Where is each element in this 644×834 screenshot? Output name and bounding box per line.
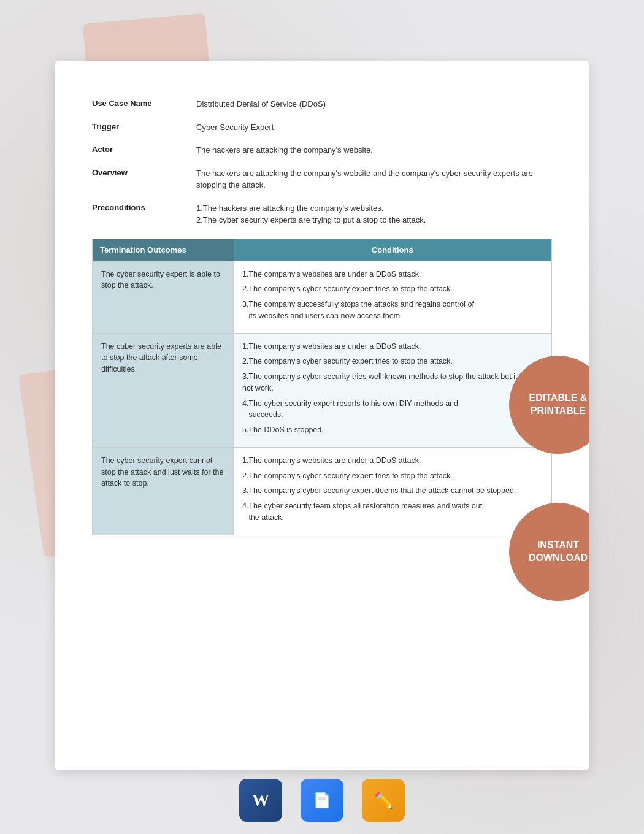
overview-row: Overview The hackers are attacking the c… bbox=[92, 167, 552, 191]
table-row: The cyber security expert cannot stop th… bbox=[93, 447, 552, 535]
conditions-list-3: 1.The company's websites are under a DDo… bbox=[242, 455, 543, 524]
docs-icon-label: 📄 bbox=[313, 792, 331, 809]
condition-item: 4.The cyber security expert resorts to h… bbox=[242, 398, 543, 421]
condition-item: 4.The cyber security team stops all rest… bbox=[242, 500, 543, 524]
condition-item: 1.The company's websites are under a DDo… bbox=[242, 341, 543, 353]
word-icon-label: W bbox=[252, 790, 269, 810]
pages-icon-label: ✏️ bbox=[374, 791, 393, 810]
trigger-label: Trigger bbox=[92, 121, 196, 131]
preconditions-label: Preconditions bbox=[92, 202, 196, 212]
actor-value: The hackers are attacking the company's … bbox=[196, 144, 552, 156]
condition-item: 2.The company's cyber security expert tr… bbox=[242, 470, 543, 482]
conditions-list-1: 1.The company's websites are under a DDo… bbox=[242, 269, 543, 322]
conditions-1: 1.The company's websites are under a DDo… bbox=[234, 261, 552, 333]
preconditions-row: Preconditions 1.The hackers are attackin… bbox=[92, 202, 552, 226]
condition-item: 1.The company's websites are under a DDo… bbox=[242, 269, 543, 280]
outcome-2: The cuber security experts are able to s… bbox=[93, 333, 234, 447]
bottom-icons-section: W 📄 ✏️ bbox=[0, 779, 644, 822]
preconditions-value: 1.The hackers are attacking the company'… bbox=[196, 202, 552, 226]
condition-item: 1.The company's websites are under a DDo… bbox=[242, 455, 543, 467]
use-case-name-label: Use Case Name bbox=[92, 98, 196, 108]
condition-item: 3.The company successfully stops the att… bbox=[242, 299, 543, 322]
condition-item: 3.The company's cyber security tries wel… bbox=[242, 371, 543, 394]
outcome-1: The cyber security expert is able to sto… bbox=[93, 261, 234, 333]
actor-label: Actor bbox=[92, 144, 196, 154]
use-case-name-row: Use Case Name Distributed Denial of Serv… bbox=[92, 98, 552, 110]
th-termination: Termination Outcomes bbox=[93, 239, 234, 261]
word-icon: W bbox=[239, 779, 282, 822]
trigger-row: Trigger Cyber Security Expert bbox=[92, 121, 552, 134]
termination-table: Termination Outcomes Conditions The cybe… bbox=[92, 239, 552, 535]
table-header-row: Termination Outcomes Conditions bbox=[93, 239, 552, 261]
condition-item: 2.The company's cyber security expert tr… bbox=[242, 283, 543, 295]
main-card: Use Case Name Distributed Denial of Serv… bbox=[55, 61, 589, 770]
conditions-3: 1.The company's websites are under a DDo… bbox=[234, 447, 552, 535]
info-section: Use Case Name Distributed Denial of Serv… bbox=[92, 98, 552, 226]
apple-pages-icon: ✏️ bbox=[362, 779, 405, 822]
use-case-name-value: Distributed Denial of Service (DDoS) bbox=[196, 98, 552, 110]
condition-item: 3.The company's cyber security expert de… bbox=[242, 485, 543, 497]
th-conditions: Conditions bbox=[234, 239, 552, 261]
conditions-list-2: 1.The company's websites are under a DDo… bbox=[242, 341, 543, 436]
overview-label: Overview bbox=[92, 167, 196, 177]
outcome-3: The cyber security expert cannot stop th… bbox=[93, 447, 234, 535]
overview-value: The hackers are attacking the company's … bbox=[196, 167, 552, 191]
google-docs-icon: 📄 bbox=[301, 779, 343, 822]
condition-item: 2.The company's cyber security expert tr… bbox=[242, 356, 543, 367]
actor-row: Actor The hackers are attacking the comp… bbox=[92, 144, 552, 156]
conditions-2: 1.The company's websites are under a DDo… bbox=[234, 333, 552, 447]
condition-item: 5.The DDoS is stopped. bbox=[242, 424, 543, 436]
trigger-value: Cyber Security Expert bbox=[196, 121, 552, 134]
table-row: The cyber security expert is able to sto… bbox=[93, 261, 552, 333]
table-row: The cuber security experts are able to s… bbox=[93, 333, 552, 447]
